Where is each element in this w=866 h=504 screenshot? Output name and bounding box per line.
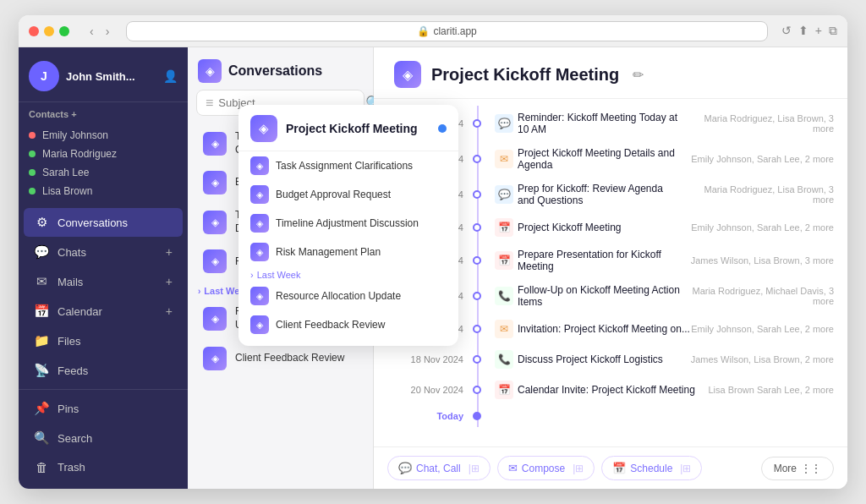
share-icon[interactable]: ⬆ [798,24,808,38]
popup-item-name: Timeline Adjustment Discussion [276,217,419,229]
reload-icon[interactable]: ↺ [781,24,792,38]
popup-logo: ◈ [250,115,277,142]
main-toolbar: 💬 Chat, Call |⊞ ✉ Compose |⊞ 📅 Schedule … [374,446,847,489]
chat-call-label: Chat, Call [416,463,461,474]
schedule-button[interactable]: 📅 Schedule |⊞ [601,456,702,480]
conversations-logo: ◈ [198,59,222,83]
address-bar[interactable]: 🔒 clariti.app [126,21,767,41]
timeline-content[interactable]: Invitation: Project Kickoff Meeting on..… [518,323,834,335]
schedule-label: Schedule [630,463,672,474]
add-chat-icon[interactable]: + [166,245,173,259]
browser-titlebar: ‹ › 🔒 clariti.app ↺ ⬆ + ⧉ [19,15,847,47]
user-settings-icon[interactable]: 👤 [163,69,178,83]
sidebar-item-calendar[interactable]: 📅 Calendar + [24,297,183,326]
timeline-line-col [463,256,491,265]
contacts-section-label: Contacts + [19,102,188,123]
timeline-dot [473,292,481,300]
maximize-button[interactable] [59,26,69,36]
timeline-subject: Calendar Invite: Project Kickoff Meeting [518,384,708,396]
popup-item-name: Client Feedback Review [276,319,385,331]
popup-item-icon: ◈ [250,156,269,175]
back-button[interactable]: ‹ [86,23,97,40]
timeline-dot [473,256,481,265]
conv-item-icon: ◈ [203,249,227,273]
more-label: More [774,463,797,474]
timeline-participants: James Wilson, Lisa Brown, 3 more [691,255,834,266]
popup-last-week-section[interactable]: › Last Week [238,266,458,282]
timeline-icon-col: 📅 [491,218,518,237]
contact-status-dot [29,188,36,194]
sidebar-item-conversations[interactable]: ⚙ Conversations [24,208,183,237]
popup-item-icon: ◈ [250,287,269,305]
sidebar-item-label: Feeds [58,364,88,377]
sidebar-item-pins[interactable]: 📌 Pins [24,394,183,423]
popup-item-budget[interactable]: ◈ Budget Approval Request [238,180,458,209]
timeline-subject: Project Kickoff Meeting Details and Agen… [518,147,691,171]
contacts-list: Emily Johnson Maria Rodriguez Sarah Lee … [19,123,188,204]
timeline-line-col [463,412,491,420]
popup-item-name: Task Assignment Clarifications [276,160,413,172]
timeline-content[interactable]: Follow-Up on Kickoff Meeting Action Item… [518,284,834,308]
timeline-icon-col: 💬 [491,185,518,204]
compose-button[interactable]: ✉ Compose |⊞ [497,456,595,480]
toolbar-divider-icon: |⊞ [680,463,691,474]
timeline-content[interactable]: Project Kickoff Meeting Details and Agen… [518,147,834,171]
timeline-content[interactable]: Prep for Kickoff: Review Agenda and Ques… [518,183,834,206]
contact-emily[interactable]: Emily Johnson [19,126,188,145]
add-mail-icon[interactable]: + [166,275,173,288]
add-calendar-icon[interactable]: + [166,304,173,318]
popup-item-timeline[interactable]: ◈ Timeline Adjustment Discussion [238,209,458,238]
sidebar-item-chats[interactable]: 💬 Chats + [24,238,183,266]
popup-title: Project Kickoff Meeting [286,122,418,135]
edit-icon[interactable]: ✏ [633,67,644,83]
timeline-content[interactable]: Calendar Invite: Project Kickoff Meeting… [518,384,834,396]
timeline-content[interactable]: Discuss Project Kickoff Logistics James … [518,353,834,365]
add-contact-icon[interactable]: + [71,109,76,119]
toolbar-divider-icon: |⊞ [573,463,584,474]
windows-icon[interactable]: ⧉ [829,24,837,38]
contact-sarah[interactable]: Sarah Lee [19,163,188,182]
sidebar-item-feeds[interactable]: 📡 Feeds [24,356,183,385]
popup-item-risk[interactable]: ◈ Risk Management Plan [238,238,458,266]
popup-item-client[interactable]: ◈ Client Feedback Review [238,310,458,339]
sidebar-item-mails[interactable]: ✉ Mails + [24,267,183,296]
app-container: J John Smith... 👤 Contacts + Emily Johns… [19,47,847,489]
chat-call-icon: 💬 [398,462,412,474]
search-icon: 🔍 [34,430,49,446]
contact-status-dot [29,169,36,176]
timeline-content[interactable]: Reminder: Kickoff Meeting Today at 10 AM… [518,112,834,135]
timeline-line-col [463,223,491,232]
main-area: ◈ Conversations ≡ 🔍 ◈ Task Assignment Cl… [188,47,847,489]
sidebar: J John Smith... 👤 Contacts + Emily Johns… [19,47,188,489]
sidebar-item-label: Files [58,335,80,348]
contact-maria[interactable]: Maria Rodriguez [19,145,188,163]
sidebar-item-label: Calendar [58,305,102,318]
popup-card: ◈ Project Kickoff Meeting ◈ Task Assignm… [238,105,458,346]
calendar-icon: 📅 [495,218,513,237]
timeline-content[interactable]: Project Kickoff Meeting Emily Johnson, S… [518,222,834,233]
sidebar-item-files[interactable]: 📁 Files [24,326,183,355]
close-button[interactable] [29,26,39,36]
more-button[interactable]: More ⋮⋮ [761,457,834,480]
timeline-dot [473,155,481,163]
call-icon: 📞 [495,287,513,305]
popup-item-resource[interactable]: ◈ Resource Allocation Update [238,282,458,310]
timeline-content[interactable]: Prepare Presentation for Kickoff Meeting… [518,249,834,272]
chat-call-button[interactable]: 💬 Chat, Call |⊞ [387,456,491,480]
mail-icon: ✉ [495,320,513,338]
contact-lisa[interactable]: Lisa Brown [19,182,188,200]
timeline-icon-col: ✉ [491,320,518,338]
main-header: ◈ Project Kickoff Meeting ✏ [374,47,847,99]
sidebar-item-trash[interactable]: 🗑 Trash [24,453,183,481]
forward-button[interactable]: › [102,23,113,40]
popup-item-task[interactable]: ◈ Task Assignment Clarifications [238,151,458,180]
timeline-participants: Lisa Brown Sarah Lee, 2 more [708,385,834,395]
avatar: J [29,61,59,91]
chat-icon: 💬 [495,185,513,204]
minimize-button[interactable] [44,26,54,36]
add-tab-icon[interactable]: + [815,24,822,38]
browser-window: ‹ › 🔒 clariti.app ↺ ⬆ + ⧉ J John Smith..… [19,15,847,489]
timeline-line-col [463,292,491,300]
sidebar-item-search[interactable]: 🔍 Search [24,424,183,452]
conv-item-icon: ◈ [203,347,227,370]
